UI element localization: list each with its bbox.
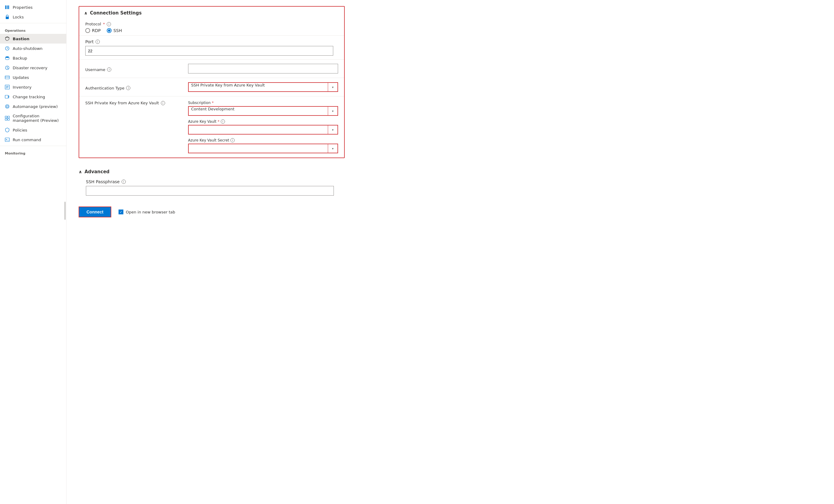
- sidebar: Properties Locks Operations Bastion Auto…: [0, 0, 67, 504]
- ssh-key-info-icon[interactable]: i: [161, 101, 165, 105]
- username-input[interactable]: [188, 64, 338, 73]
- rdp-radio-circle[interactable]: [85, 28, 90, 33]
- field-group: Subscription * Content Development ▾: [188, 101, 338, 153]
- open-new-tab-checkbox[interactable]: [118, 210, 124, 214]
- sidebar-divider: [0, 23, 66, 23]
- subscription-value: Content Development: [189, 107, 328, 115]
- connect-button[interactable]: Connect: [79, 206, 111, 217]
- sidebar-item-updates[interactable]: Updates: [0, 72, 66, 82]
- protocol-label: Protocol: [85, 22, 101, 26]
- azure-key-vault-label-wrapper: Azure Key Vault * i: [188, 119, 338, 124]
- subscription-field: Subscription * Content Development ▾: [188, 101, 338, 116]
- protocol-row: Protocol * i RDP SSH: [79, 19, 344, 36]
- auth-type-info-icon[interactable]: i: [126, 86, 130, 90]
- sidebar-item-label: Bastion: [13, 37, 29, 41]
- svg-point-6: [5, 57, 9, 58]
- username-label: Username: [85, 67, 105, 72]
- subscription-label-wrapper: Subscription *: [188, 101, 338, 105]
- sidebar-item-run-command[interactable]: Run command: [0, 135, 66, 145]
- port-input[interactable]: [85, 46, 333, 56]
- sidebar-item-config-management[interactable]: Configuration management (Preview): [0, 111, 66, 125]
- azure-key-vault-info-icon[interactable]: i: [221, 119, 225, 124]
- sidebar-item-backup[interactable]: Backup: [0, 53, 66, 63]
- sidebar-item-locks[interactable]: Locks: [0, 12, 66, 22]
- sidebar-item-bastion[interactable]: Bastion: [0, 34, 66, 44]
- advanced-collapse-icon: ∧: [79, 169, 82, 174]
- subscription-chevron[interactable]: ▾: [328, 107, 337, 115]
- ssh-passphrase-info-icon[interactable]: i: [122, 180, 126, 184]
- advanced-title: Advanced: [84, 169, 109, 174]
- port-row: Port i: [79, 36, 344, 60]
- svg-rect-8: [5, 76, 9, 79]
- ssh-label: SSH: [113, 28, 122, 33]
- ssh-radio-circle[interactable]: [107, 28, 112, 33]
- sidebar-item-label: Updates: [13, 75, 29, 80]
- protocol-info-icon[interactable]: i: [107, 22, 111, 26]
- disaster-icon: [5, 65, 10, 70]
- collapse-icon: ∧: [84, 10, 87, 16]
- svg-rect-22: [7, 118, 9, 120]
- ssh-passphrase-input[interactable]: [86, 186, 334, 196]
- sidebar-item-label: Auto-shutdown: [13, 46, 43, 51]
- azure-key-vault-select[interactable]: ▾: [188, 125, 338, 134]
- sidebar-item-label: Inventory: [13, 85, 31, 89]
- auth-type-control: SSH Private Key from Azure Key Vault ▾: [188, 82, 338, 92]
- rdp-radio-item[interactable]: RDP: [85, 28, 101, 33]
- auth-type-value: SSH Private Key from Azure Key Vault: [189, 83, 328, 91]
- runcommand-icon: [5, 137, 10, 142]
- azure-key-vault-chevron[interactable]: ▾: [328, 126, 337, 134]
- azure-key-vault-value: [189, 126, 328, 134]
- sidebar-item-properties[interactable]: Properties: [0, 2, 66, 12]
- svg-rect-1: [7, 5, 7, 9]
- advanced-section: ∧ Advanced SSH Passphrase i: [79, 166, 345, 200]
- azure-key-vault-secret-field: Azure Key Vault Secret i ▾: [188, 138, 338, 153]
- ssh-key-label-wrapper: SSH Private Key from Azure Key Vault i: [85, 101, 182, 105]
- azure-key-vault-required: *: [218, 119, 220, 124]
- button-row: Connect Open in new browser tab: [79, 200, 345, 223]
- azure-key-vault-secret-select[interactable]: ▾: [188, 144, 338, 153]
- sidebar-item-policies[interactable]: Policies: [0, 125, 66, 135]
- main-content: ∧ Connection Settings Protocol * i RDP: [67, 0, 834, 504]
- sidebar-item-inventory[interactable]: Inventory: [0, 82, 66, 92]
- svg-rect-2: [8, 5, 9, 9]
- azure-key-vault-secret-chevron[interactable]: ▾: [328, 144, 337, 153]
- subscription-required: *: [212, 101, 214, 105]
- sidebar-item-label: Configuration management (Preview): [13, 114, 61, 123]
- svg-rect-20: [7, 116, 9, 118]
- sidebar-item-auto-shutdown[interactable]: Auto-shutdown: [0, 44, 66, 53]
- protocol-radio-group: RDP SSH: [85, 28, 338, 33]
- ssh-passphrase-row: SSH Passphrase i: [79, 178, 345, 200]
- connection-settings-section: ∧ Connection Settings Protocol * i RDP: [79, 6, 345, 158]
- content-area: ∧ Connection Settings Protocol * i RDP: [67, 0, 357, 229]
- port-info-icon[interactable]: i: [95, 40, 100, 44]
- auth-type-chevron[interactable]: ▾: [328, 83, 337, 91]
- connection-settings-header[interactable]: ∧ Connection Settings: [79, 7, 344, 19]
- username-control: [188, 64, 338, 73]
- sidebar-item-automanage[interactable]: Automanage (preview): [0, 102, 66, 111]
- sidebar-item-disaster-recovery[interactable]: Disaster recovery: [0, 63, 66, 72]
- username-info-icon[interactable]: i: [107, 67, 111, 72]
- ssh-radio-item[interactable]: SSH: [107, 28, 122, 33]
- azure-key-vault-secret-label-wrapper: Azure Key Vault Secret i: [188, 138, 338, 143]
- changetracking-icon: [5, 94, 10, 99]
- properties-icon: [5, 5, 10, 10]
- svg-rect-0: [5, 5, 6, 9]
- sidebar-item-label: Automanage (preview): [13, 104, 58, 109]
- sidebar-item-change-tracking[interactable]: Change tracking: [0, 92, 66, 102]
- inventory-icon: [5, 85, 10, 89]
- protocol-required-star: *: [103, 22, 105, 26]
- lock-icon: [5, 15, 10, 19]
- policies-icon: [5, 128, 10, 132]
- ssh-passphrase-label-row: SSH Passphrase i: [86, 179, 345, 184]
- scroll-indicator: [64, 202, 66, 220]
- auth-type-select[interactable]: SSH Private Key from Azure Key Vault ▾: [188, 82, 338, 92]
- auth-type-label: Authentication Type: [85, 86, 124, 90]
- ssh-passphrase-label: SSH Passphrase: [86, 179, 120, 184]
- open-new-tab-row: Open in new browser tab: [118, 210, 175, 214]
- backup-icon: [5, 56, 10, 61]
- subscription-select[interactable]: Content Development ▾: [188, 106, 338, 116]
- azure-key-vault-secret-label: Azure Key Vault Secret: [188, 138, 229, 143]
- config-icon: [5, 116, 10, 120]
- advanced-header[interactable]: ∧ Advanced: [79, 166, 345, 178]
- azure-key-vault-secret-info-icon[interactable]: i: [231, 138, 235, 143]
